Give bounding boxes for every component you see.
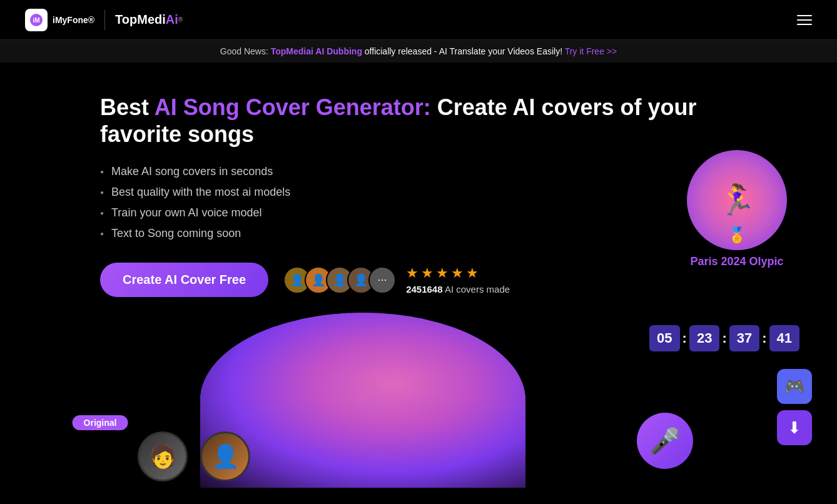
create-ai-cover-button[interactable]: Create AI Cover Free (100, 263, 268, 297)
hamburger-menu[interactable] (797, 15, 812, 25)
hamburger-line-1 (797, 15, 812, 16)
hamburger-line-3 (797, 24, 812, 25)
timer-colon-1: : (682, 330, 687, 346)
bullet-4: Text to Song coming soon (100, 227, 737, 240)
hero-title-purple: AI Song Cover Generator: (155, 94, 431, 120)
bottom-avatar-1: 🧑 (138, 431, 188, 481)
news-prefix: Good News: (220, 46, 271, 56)
news-highlight: TopMediai AI Dubbing (271, 46, 362, 56)
news-middle: officially released - AI Translate your … (362, 46, 565, 56)
try-free-link[interactable]: Try it Free >> (565, 46, 617, 56)
timer-colon-3: : (762, 330, 766, 346)
bottom-avatar-2: 👤 (200, 431, 250, 481)
timer-frames: 41 (769, 325, 799, 351)
star-1: ★ (406, 265, 418, 281)
avatar-more: ··· (368, 266, 396, 294)
download-icon: ⬇ (788, 418, 801, 438)
header: iM iMyFone® TopMediAi® (0, 0, 837, 40)
olympics-illustration: 🏃‍♀️ 🏅 (687, 150, 787, 250)
hero-section: Best AI Song Cover Generator: Create AI … (0, 63, 837, 488)
timer-hours: 05 (649, 325, 679, 351)
bullet-1: Make AI song covers in seconds (100, 165, 737, 178)
timer-colon-2: : (722, 330, 726, 346)
discord-icon: 🎮 (784, 377, 804, 396)
topmedia-reg: ® (178, 16, 183, 23)
timer-minutes: 23 (689, 325, 719, 351)
original-badge: Original (73, 415, 128, 430)
rating-block: ★ ★ ★ ★ ★ 2451648 AI covers made (406, 265, 510, 295)
svg-text:iM: iM (33, 17, 39, 24)
discord-button[interactable]: 🎮 (777, 369, 812, 404)
olympics-title: Paris 2024 Olypic (687, 255, 787, 268)
topmedia-text: TopMedi (115, 13, 166, 27)
download-button[interactable]: ⬇ (777, 410, 812, 445)
star-3: ★ (436, 265, 449, 281)
logo-topmedia[interactable]: TopMediAi® (115, 13, 183, 27)
rating-text: 2451648 AI covers made (406, 284, 510, 295)
hamburger-line-2 (797, 19, 812, 21)
rating-label: AI covers made (445, 284, 510, 295)
star-4: ★ (451, 265, 464, 281)
timer-seconds: 37 (729, 325, 759, 351)
header-divider (104, 10, 105, 30)
topmedia-ai: Ai (166, 13, 178, 27)
hero-bullets: Make AI song covers in seconds Best qual… (100, 165, 737, 240)
social-proof: 👤 👤 👤 👤 ··· ★ ★ ★ ★ ★ 2451648 AI covers … (283, 265, 510, 295)
hero-title-part1: Best (100, 94, 155, 120)
star-5: ★ (466, 265, 479, 281)
side-buttons: 🎮 ⬇ (777, 369, 812, 445)
bullet-3: Train your own AI voice model (100, 206, 737, 219)
cta-row: Create AI Cover Free 👤 👤 👤 👤 ··· ★ ★ ★ ★… (100, 263, 737, 297)
olympics-card: 🏃‍♀️ 🏅 Paris 2024 Olypic (687, 150, 787, 268)
microphone-icon: 🎤 (649, 426, 681, 456)
header-left: iM iMyFone® TopMediAi® (25, 9, 183, 31)
imyfone-icon: iM (25, 9, 48, 31)
avatar-group: 👤 👤 👤 👤 ··· (283, 266, 396, 294)
bottom-avatars: 🧑 👤 (138, 431, 250, 481)
rating-count: 2451648 (406, 284, 442, 295)
timer-card: 05 : 23 : 37 : 41 (649, 325, 799, 351)
imyfone-text: iMyFone® (53, 15, 94, 25)
news-banner: Good News: TopMediai AI Dubbing official… (0, 40, 837, 63)
star-2: ★ (421, 265, 434, 281)
logo-imyfone[interactable]: iM iMyFone® (25, 9, 94, 31)
microphone-circle: 🎤 (637, 413, 693, 469)
star-rating: ★ ★ ★ ★ ★ (406, 265, 510, 281)
bullet-2: Best quality with the most ai models (100, 186, 737, 199)
olympics-figure-icon: 🏃‍♀️ (718, 183, 756, 218)
hero-title: Best AI Song Cover Generator: Create AI … (100, 94, 737, 148)
olympics-rings-icon: 🏅 (728, 226, 746, 244)
